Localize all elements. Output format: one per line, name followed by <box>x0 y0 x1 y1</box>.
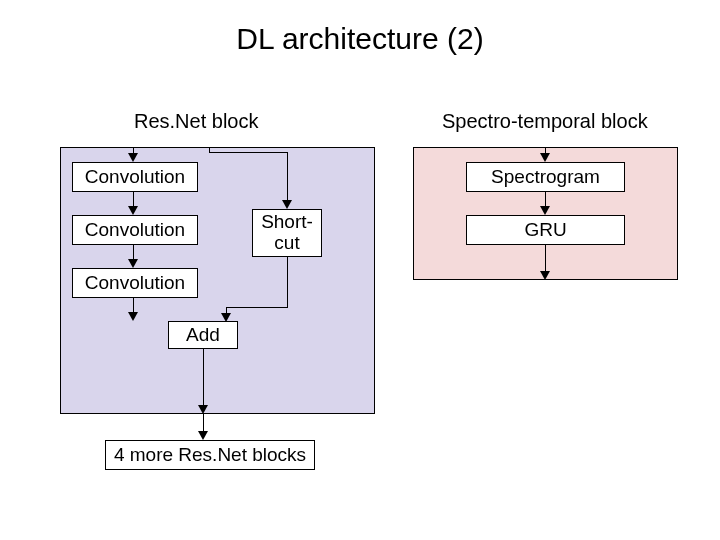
shortcut-bottom-h <box>226 307 288 308</box>
add-box: Add <box>168 321 238 349</box>
shortcut-top-h <box>209 152 287 153</box>
resnet-block-label: Res.Net block <box>134 110 259 133</box>
conv3-box: Convolution <box>72 268 198 298</box>
shortcut-bottom-v <box>287 257 288 307</box>
footer-box: 4 more Res.Net blocks <box>105 440 315 470</box>
spectrogram-box: Spectrogram <box>466 162 625 192</box>
slide-title: DL architecture (2) <box>0 22 720 56</box>
spectro-block-label: Spectro-temporal block <box>442 110 648 133</box>
shortcut-top-v1 <box>209 147 210 153</box>
gru-box: GRU <box>466 215 625 245</box>
shortcut-box: Short- cut <box>252 209 322 257</box>
conv1-box: Convolution <box>72 162 198 192</box>
conv2-box: Convolution <box>72 215 198 245</box>
